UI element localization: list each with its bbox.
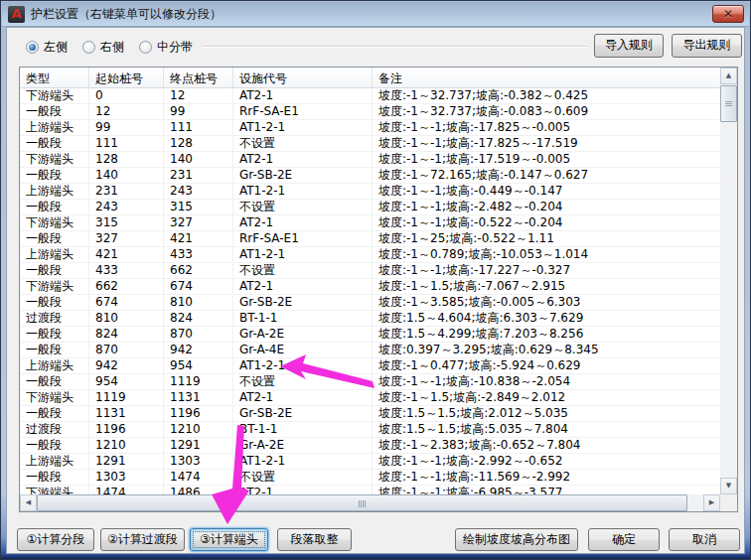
table-cell: 坡度:-1～1.5;坡高:-2.849～2.012 bbox=[373, 390, 720, 405]
table-row[interactable]: 一般段111128不设置坡度:-1～-1;坡高:-17.825～-17.519 bbox=[20, 136, 720, 152]
table-row[interactable]: 下游端头14741486AT2-1坡度:-1～-1;坡高:-6.985～-3.5… bbox=[20, 486, 720, 494]
table-cell: 上游端头 bbox=[20, 454, 89, 469]
table-cell: 坡度:-1～2.383;坡高:-0.652～7.804 bbox=[373, 438, 720, 453]
title-bar[interactable]: A 护栏设置（右键菜单可以修改分段） ✕ bbox=[2, 2, 749, 27]
horizontal-scrollbar-thumb[interactable] bbox=[37, 494, 687, 511]
table-cell: Gr-A-4E bbox=[233, 343, 373, 357]
draw-slope-chart-button[interactable]: 绘制坡度坡高分布图 bbox=[455, 528, 578, 551]
table-row[interactable]: 上游端头12911303AT1-2-1坡度:-1～-1;坡高:-2.992～-0… bbox=[20, 454, 720, 470]
table-cell: 一般段 bbox=[20, 327, 89, 342]
table-row[interactable]: 上游端头231243AT1-2-1坡度:-1～-1;坡高:-0.449～-0.1… bbox=[20, 184, 720, 200]
calc-transitions-button[interactable]: ②计算过渡段 bbox=[100, 528, 185, 551]
table-cell: 不设置 bbox=[233, 374, 373, 389]
table-cell: AT1-2-1 bbox=[233, 358, 373, 373]
table-row[interactable]: 上游端头942954AT1-2-1坡度:-1～0.477;坡高:-5.924～0… bbox=[20, 358, 720, 374]
table-row[interactable]: 一般段824870Gr-A-2E坡度:1.5～4.299;坡高:7.203～8.… bbox=[20, 327, 720, 343]
table-cell: 243 bbox=[164, 184, 233, 199]
table-row[interactable]: 上游端头421433AT1-2-1坡度:-1～0.789;坡高:-10.053～… bbox=[20, 247, 720, 263]
table-cell: AT1-2-1 bbox=[233, 454, 373, 469]
export-rules-button[interactable]: 导出规则 bbox=[672, 34, 742, 58]
table-cell: 128 bbox=[89, 152, 164, 167]
column-header-type[interactable]: 类型 bbox=[20, 68, 89, 87]
column-header-facility-code[interactable]: 设施代号 bbox=[233, 68, 373, 87]
column-header-end-station[interactable]: 终点桩号 bbox=[164, 68, 233, 87]
table-row[interactable]: 过渡段11961210BT-1-1坡度:1.5～1.5;坡高:5.035～7.8… bbox=[20, 422, 720, 438]
table-cell: 954 bbox=[164, 358, 233, 373]
table-row[interactable]: 下游端头315327AT2-1坡度:-1～-1;坡高:-0.522～-0.204 bbox=[20, 215, 720, 231]
table-cell: 1486 bbox=[164, 486, 233, 494]
table-row[interactable]: 一般段9541119不设置坡度:-1～-1;坡高:-10.838～-2.054 bbox=[20, 374, 720, 390]
table-cell: 128 bbox=[164, 136, 233, 151]
table-cell: 下游端头 bbox=[20, 486, 89, 494]
close-button[interactable]: ✕ bbox=[712, 5, 744, 23]
table-row[interactable]: 一般段674810Gr-SB-2E坡度:-1～3.585;坡高:-0.005～6… bbox=[20, 295, 720, 311]
table-row[interactable]: 一般段1299RrF-SA-E1坡度:-1～32.737;坡高:-0.083～0… bbox=[20, 104, 720, 120]
table-cell: 下游端头 bbox=[20, 88, 89, 103]
table-row[interactable]: 过渡段810824BT-1-1坡度:1.5～4.604;坡高:6.303～7.6… bbox=[20, 311, 720, 327]
radio-left-side[interactable]: 左侧 bbox=[26, 39, 68, 56]
table-row[interactable]: 一般段12101291Gr-A-2E坡度:-1～2.383;坡高:-0.652～… bbox=[20, 438, 720, 454]
table-cell: 99 bbox=[89, 120, 164, 135]
calc-segments-button[interactable]: ①计算分段 bbox=[17, 528, 94, 551]
table-row[interactable]: 一般段243315不设置坡度:-1～-1;坡高:-2.482～-0.204 bbox=[20, 200, 720, 215]
radio-selected-icon bbox=[26, 41, 39, 54]
table-cell: 坡度:-1～-1;坡高:-10.838～-2.054 bbox=[373, 374, 720, 389]
table-row[interactable]: 一般段13031474不设置坡度:-1～-1;坡高:-11.569～-2.992 bbox=[20, 470, 720, 486]
table-row[interactable]: 下游端头128140AT2-1坡度:-1～-1;坡高:-17.519～-0.00… bbox=[20, 152, 720, 168]
table-cell: 坡度:-1～-1;坡高:-17.825～-17.519 bbox=[373, 136, 720, 151]
radio-unselected-icon bbox=[82, 41, 95, 54]
table-header: 类型 起始桩号 终点桩号 设施代号 备注 bbox=[20, 68, 720, 88]
table-cell: 662 bbox=[89, 279, 164, 294]
table-cell: AT1-2-1 bbox=[233, 120, 373, 135]
table-cell: 674 bbox=[89, 295, 164, 310]
scroll-left-icon[interactable]: ◀ bbox=[20, 494, 37, 511]
table-row[interactable]: 上游端头99111AT1-2-1坡度:-1～-1;坡高:-17.825～-0.0… bbox=[20, 120, 720, 136]
table-row[interactable]: 下游端头012AT2-1坡度:-1～32.737;坡高:-0.382～0.425 bbox=[20, 88, 720, 104]
column-header-start-station[interactable]: 起始桩号 bbox=[89, 68, 164, 87]
table-cell: Gr-SB-2E bbox=[233, 168, 373, 183]
scroll-right-icon[interactable]: ▶ bbox=[703, 494, 720, 511]
table-cell: AT2-1 bbox=[233, 88, 373, 103]
column-header-remark[interactable]: 备注 bbox=[373, 68, 720, 87]
table-cell: 上游端头 bbox=[20, 247, 89, 262]
table-cell: 一般段 bbox=[20, 470, 89, 485]
divider bbox=[202, 46, 587, 48]
scroll-down-icon[interactable]: ▼ bbox=[720, 478, 737, 494]
table-cell: 一般段 bbox=[20, 231, 89, 246]
table-cell: 824 bbox=[164, 311, 233, 326]
table-row[interactable]: 一般段11311196Gr-SB-2E坡度:1.5～1.5;坡高:2.012～5… bbox=[20, 406, 720, 422]
table-cell: 坡度:-1～-1;坡高:-11.569～-2.992 bbox=[373, 470, 720, 485]
table-cell: 810 bbox=[89, 311, 164, 326]
round-paragraph-button[interactable]: 段落取整 bbox=[277, 528, 352, 551]
table-cell: 674 bbox=[164, 279, 233, 294]
table-cell: 不设置 bbox=[233, 200, 373, 214]
side-radio-group: 左侧 右侧 中分带 bbox=[26, 38, 208, 56]
vertical-scrollbar-thumb[interactable] bbox=[720, 85, 737, 122]
table-cell: AT1-2-1 bbox=[233, 184, 373, 199]
table-cell: 坡度:1.5～1.5;坡高:5.035～7.804 bbox=[373, 422, 720, 437]
table-row[interactable]: 下游端头11191131AT2-1坡度:-1～1.5;坡高:-2.849～2.0… bbox=[20, 390, 720, 406]
table-cell: Gr-SB-2E bbox=[233, 295, 373, 310]
calc-ends-button[interactable]: ③计算端头 bbox=[190, 528, 268, 551]
table-row[interactable]: 一般段327421RrF-SA-E1坡度:-1～25;坡高:-0.522～1.1… bbox=[20, 231, 720, 247]
table-row[interactable]: 一般段140231Gr-SB-2E坡度:-1～72.165;坡高:-0.147～… bbox=[20, 168, 720, 184]
ok-button[interactable]: 确定 bbox=[588, 528, 660, 551]
table-row[interactable]: 下游端头662674AT2-1坡度:-1～1.5;坡高:-7.067～2.915 bbox=[20, 279, 720, 295]
radio-right-side[interactable]: 右侧 bbox=[82, 39, 124, 56]
cancel-button[interactable]: 取消 bbox=[669, 528, 740, 551]
table-cell: 1119 bbox=[164, 374, 233, 389]
table-cell: 231 bbox=[89, 184, 164, 199]
table-body: 下游端头012AT2-1坡度:-1～32.737;坡高:-0.382～0.425… bbox=[20, 88, 720, 494]
table-cell: 1131 bbox=[89, 406, 164, 421]
table-cell: 12 bbox=[164, 88, 233, 103]
table-row[interactable]: 一般段870942Gr-A-4E坡度:0.397～3.295;坡高:0.629～… bbox=[20, 343, 720, 358]
scroll-up-icon[interactable]: ▲ bbox=[720, 68, 737, 84]
table-row[interactable]: 一般段433662不设置坡度:-1～-1;坡高:-17.227～-0.327 bbox=[20, 263, 720, 279]
table-cell: 一般段 bbox=[20, 438, 89, 453]
table-cell: 下游端头 bbox=[20, 215, 89, 230]
table-cell: AT2-1 bbox=[233, 486, 373, 494]
table-cell: 1210 bbox=[89, 438, 164, 453]
import-rules-button[interactable]: 导入规则 bbox=[594, 34, 664, 58]
table-cell: 942 bbox=[164, 343, 233, 357]
radio-median[interactable]: 中分带 bbox=[139, 39, 193, 56]
